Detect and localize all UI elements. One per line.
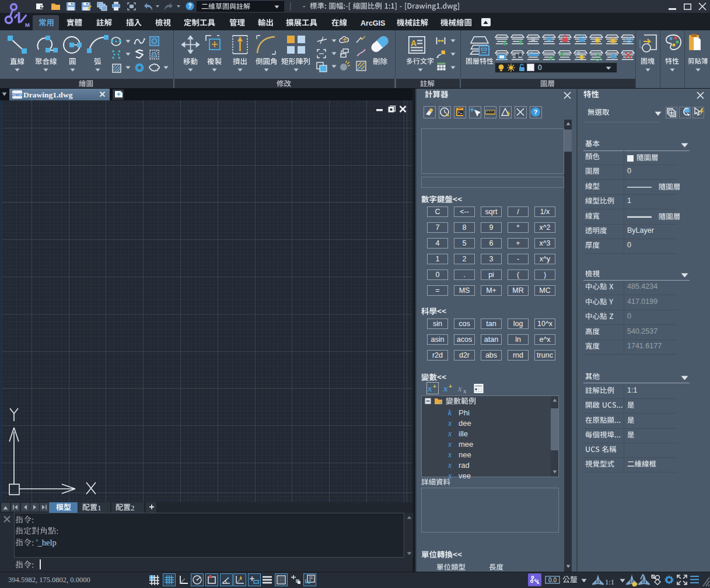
svg-text:x: x bbox=[438, 399, 442, 405]
svg-text:A: A bbox=[411, 38, 417, 48]
svg-text:+: + bbox=[449, 383, 452, 390]
svg-text:0.0: 0.0 bbox=[548, 577, 557, 583]
svg-text:?: ? bbox=[534, 108, 538, 116]
svg-text:M: M bbox=[25, 22, 30, 28]
svg-text:?: ? bbox=[188, 3, 191, 9]
svg-text:+: + bbox=[433, 383, 436, 390]
svg-text:x: x bbox=[428, 384, 432, 393]
svg-text:x: x bbox=[463, 387, 467, 394]
svg-text:DWG: DWG bbox=[12, 93, 22, 97]
svg-text:x: x bbox=[443, 384, 448, 393]
svg-text:x: x bbox=[458, 384, 462, 393]
